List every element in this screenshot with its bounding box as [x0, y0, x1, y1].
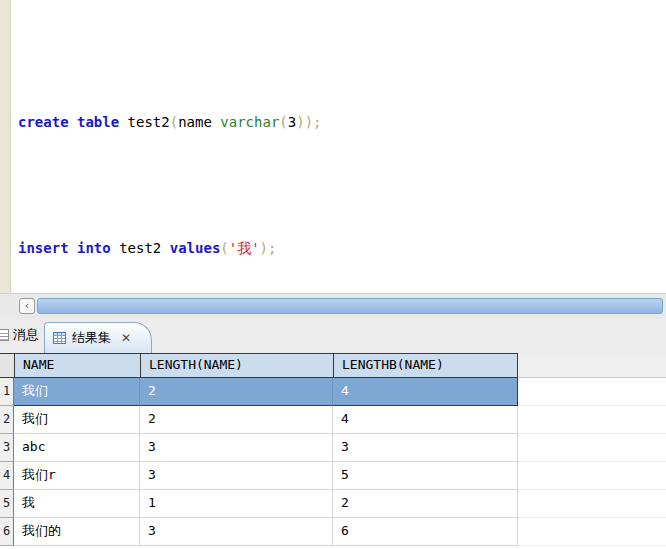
- cell-name[interactable]: abc: [14, 434, 140, 462]
- chevron-left-icon: ‹: [25, 299, 29, 312]
- sql-editor[interactable]: create table test2(name varchar(3)); ins…: [0, 0, 666, 293]
- row-filler: [518, 406, 666, 434]
- code-line-blank: [18, 175, 666, 196]
- header-filler: [518, 353, 666, 378]
- row-number[interactable]: 1: [0, 378, 14, 406]
- results-tab-bar: 消息 结果集 ✕: [0, 319, 666, 353]
- cell-lengthb[interactable]: 4: [333, 406, 518, 434]
- cell-name[interactable]: 我: [14, 490, 140, 518]
- cell-name[interactable]: 我们: [14, 406, 140, 434]
- cell-name[interactable]: 我们的: [14, 518, 140, 546]
- row-number-header: [0, 353, 14, 378]
- row-number[interactable]: 6: [0, 518, 14, 546]
- result-table-header: NAME LENGTH(NAME) LENGTHB(NAME): [0, 353, 666, 378]
- tab-messages-label: 消息: [13, 326, 39, 344]
- cell-lengthb[interactable]: 6: [333, 518, 518, 546]
- code-line-insert: insert into test2 values('我');: [18, 238, 666, 259]
- table-row[interactable]: 5 我 1 2: [0, 490, 666, 518]
- resultset-grid-icon: [53, 332, 66, 344]
- cell-length[interactable]: 3: [140, 462, 333, 490]
- cell-length[interactable]: 3: [140, 518, 333, 546]
- sql-string: '我': [229, 240, 260, 256]
- column-header-lengthb[interactable]: LENGTHB(NAME): [333, 353, 518, 378]
- sql-type: varchar: [220, 114, 279, 130]
- cell-length[interactable]: 1: [140, 490, 333, 518]
- scroll-left-button[interactable]: ‹: [19, 298, 35, 314]
- table-row[interactable]: 3 abc 3 3: [0, 434, 666, 462]
- column-header-length[interactable]: LENGTH(NAME): [140, 353, 333, 378]
- cell-lengthb[interactable]: 4: [333, 378, 518, 406]
- tab-close-icon[interactable]: ✕: [121, 331, 131, 345]
- cell-length[interactable]: 2: [140, 406, 333, 434]
- row-number[interactable]: 4: [0, 462, 14, 490]
- cell-lengthb[interactable]: 5: [333, 462, 518, 490]
- table-row-selected[interactable]: 1 我们 2 4: [0, 378, 666, 406]
- cell-lengthb[interactable]: 2: [333, 490, 518, 518]
- row-filler: [518, 378, 666, 406]
- messages-icon: [0, 329, 9, 341]
- column-header-name[interactable]: NAME: [14, 353, 140, 378]
- cell-lengthb[interactable]: 3: [333, 434, 518, 462]
- row-number[interactable]: 3: [0, 434, 14, 462]
- cell-length[interactable]: 3: [140, 434, 333, 462]
- table-row[interactable]: 2 我们 2 4: [0, 406, 666, 434]
- row-filler: [518, 490, 666, 518]
- row-filler: [518, 434, 666, 462]
- editor-margin-strip: [0, 0, 11, 293]
- horizontal-scrollbar[interactable]: ‹: [0, 293, 666, 319]
- code-line-blank: [18, 49, 666, 70]
- cell-length[interactable]: 2: [140, 378, 333, 406]
- sql-ide-window: create table test2(name varchar(3)); ins…: [0, 0, 666, 549]
- row-filler: [518, 462, 666, 490]
- row-number[interactable]: 2: [0, 406, 14, 434]
- scrollbar-thumb[interactable]: [37, 298, 663, 314]
- result-table: NAME LENGTH(NAME) LENGTHB(NAME) 1 我们 2 4…: [0, 353, 666, 549]
- sql-keyword: create table: [18, 114, 119, 130]
- tab-messages[interactable]: 消息: [0, 326, 39, 344]
- row-filler: [518, 518, 666, 546]
- table-row[interactable]: 6 我们的 3 6: [0, 518, 666, 546]
- tab-resultset[interactable]: 结果集 ✕: [44, 322, 152, 353]
- tab-resultset-label: 结果集: [72, 329, 111, 347]
- cell-name[interactable]: 我们: [14, 378, 140, 406]
- code-line-create: create table test2(name varchar(3));: [18, 112, 666, 133]
- row-number[interactable]: 5: [0, 490, 14, 518]
- table-row[interactable]: 4 我们r 3 5: [0, 462, 666, 490]
- cell-name[interactable]: 我们r: [14, 462, 140, 490]
- sql-code[interactable]: create table test2(name varchar(3)); ins…: [18, 7, 666, 293]
